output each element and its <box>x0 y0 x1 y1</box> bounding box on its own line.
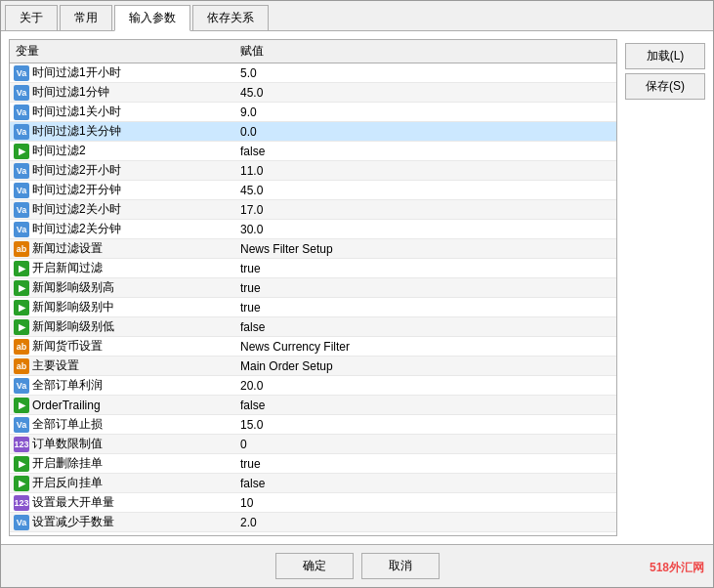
va-icon: Va <box>14 515 29 530</box>
var-value: News Currency Filter <box>234 339 616 355</box>
var-value: true <box>234 300 616 315</box>
bool-icon: ▶ <box>14 300 29 315</box>
var-value: 0.0 <box>234 124 616 140</box>
var-value: true <box>234 261 616 276</box>
ab-icon: ab <box>14 358 29 374</box>
var-value: 45.0 <box>234 183 616 198</box>
var-value: 9.0 <box>234 105 616 120</box>
var-name: 新闻影响级别中 <box>32 299 114 315</box>
var-value: 45.0 <box>234 85 616 101</box>
content-area: 变量 赋值 Va时间过滤1开小时5.0Va时间过滤1分钟45.0Va时间过滤1关… <box>1 31 713 544</box>
var-value: true <box>234 280 616 296</box>
bool-icon: ▶ <box>14 280 29 296</box>
var-value: false <box>234 319 616 335</box>
table-row[interactable]: Va时间过滤2关分钟30.0 <box>10 220 616 239</box>
table-row[interactable]: ▶新闻影响级别高true <box>10 278 616 298</box>
tab-依存关系[interactable]: 依存关系 <box>192 5 269 30</box>
table-row[interactable]: Va时间过滤2开分钟45.0 <box>10 181 616 200</box>
table-row[interactable]: ▶新闻影响级别低false <box>10 317 616 337</box>
var-name: 时间过滤1分钟 <box>32 84 109 101</box>
var-value: 15.0 <box>234 417 616 433</box>
va-icon: Va <box>14 65 29 81</box>
ab-icon: ab <box>14 241 29 257</box>
va-icon: Va <box>14 163 29 179</box>
123-icon: 123 <box>14 437 29 452</box>
var-value: false <box>234 476 616 491</box>
table-row[interactable]: ▶OrderTrailingfalse <box>10 396 616 415</box>
va-icon: Va <box>14 202 29 218</box>
table-row[interactable]: Va时间过滤1关分钟0.0 <box>10 122 616 142</box>
bottom-bar: 确定 取消 <box>1 544 713 587</box>
var-value: 5.0 <box>234 65 616 81</box>
va-icon: Va <box>14 222 29 237</box>
tab-关于[interactable]: 关于 <box>5 5 58 30</box>
ab-icon: ab <box>14 339 29 355</box>
var-name: 新闻货币设置 <box>32 338 103 355</box>
main-window: 关于常用输入参数依存关系 变量 赋值 Va时间过滤1开小时5.0Va时间过滤1分… <box>0 0 714 588</box>
bool-icon: ▶ <box>14 261 29 276</box>
var-value: News Filter Setup <box>234 241 616 257</box>
table-row[interactable]: Va时间过滤2开小时11.0 <box>10 161 616 181</box>
var-name: 时间过滤2 <box>32 143 86 159</box>
table-body[interactable]: Va时间过滤1开小时5.0Va时间过滤1分钟45.0Va时间过滤1关小时9.0V… <box>10 63 616 535</box>
tab-常用[interactable]: 常用 <box>60 5 112 30</box>
var-name: 全部订单止损 <box>32 416 103 433</box>
table-row[interactable]: Va全部订单利润20.0 <box>10 376 616 396</box>
table-row[interactable]: ab新闻货币设置News Currency Filter <box>10 337 616 357</box>
var-value: 10 <box>234 495 616 511</box>
load-button[interactable]: 加载(L) <box>625 43 705 69</box>
table-row[interactable]: Va全部订单止损15.0 <box>10 415 616 435</box>
var-value: 2.0 <box>234 515 616 530</box>
table-row[interactable]: Va时间过滤2关小时17.0 <box>10 200 616 220</box>
123-icon: 123 <box>14 495 29 511</box>
table-row[interactable]: ▶时间过滤2false <box>10 142 616 161</box>
confirm-button[interactable]: 确定 <box>275 553 354 579</box>
bool-icon: ▶ <box>14 476 29 491</box>
table-row[interactable]: ▶开启反向挂单false <box>10 474 616 493</box>
col-header-val: 赋值 <box>234 40 616 63</box>
var-name: 时间过滤2开分钟 <box>32 182 121 198</box>
var-name: 新闻过滤设置 <box>32 240 103 257</box>
table-row[interactable]: ▶开启删除挂单true <box>10 454 616 474</box>
var-name: 时间过滤1开小时 <box>32 64 121 81</box>
var-name: 新闻影响级别低 <box>32 318 114 335</box>
table-row[interactable]: ▶新闻影响级别中true <box>10 298 616 317</box>
table-row[interactable]: ab主要设置Main Order Setup <box>10 357 616 376</box>
var-value: 30.0 <box>234 222 616 237</box>
table-row[interactable]: Va时间过滤1开小时5.0 <box>10 63 616 83</box>
var-name: 时间过滤2开小时 <box>32 162 121 179</box>
var-value: 0 <box>234 437 616 452</box>
tab-输入参数[interactable]: 输入参数 <box>114 5 190 31</box>
table-row[interactable]: ab新闻过滤设置News Filter Setup <box>10 239 616 259</box>
var-name: OrderTrailing <box>32 399 101 412</box>
bool-icon: ▶ <box>14 398 29 413</box>
table-row[interactable]: 123设置最大开单量10 <box>10 493 616 513</box>
var-name: 设置最大开单量 <box>32 494 114 511</box>
va-icon: Va <box>14 378 29 394</box>
bool-icon: ▶ <box>14 319 29 335</box>
var-name: 全部订单利润 <box>32 377 103 394</box>
va-icon: Va <box>14 124 29 140</box>
cancel-button[interactable]: 取消 <box>361 553 440 579</box>
table-row[interactable]: Va设置减少手数量2.0 <box>10 513 616 532</box>
va-icon: Va <box>14 105 29 120</box>
var-name: 设置减少手数量 <box>32 514 114 530</box>
var-value: 20.0 <box>234 378 616 394</box>
var-value: 11.0 <box>234 163 616 179</box>
table-row[interactable]: 123订单数限制值0 <box>10 435 616 454</box>
var-name: 开启新闻过滤 <box>32 260 103 276</box>
table-row[interactable]: Va时间过滤1关小时9.0 <box>10 103 616 122</box>
var-value: true <box>234 456 616 472</box>
table-row[interactable]: ▶开启新闻过滤true <box>10 259 616 278</box>
bool-icon: ▶ <box>14 144 29 159</box>
params-table: 变量 赋值 Va时间过滤1开小时5.0Va时间过滤1分钟45.0Va时间过滤1关… <box>9 39 617 536</box>
col-header-var: 变量 <box>10 40 234 63</box>
table-row[interactable]: Va时间过滤1分钟45.0 <box>10 83 616 103</box>
var-name: 时间过滤1关分钟 <box>32 123 121 140</box>
save-button[interactable]: 保存(S) <box>625 73 705 100</box>
var-value: 17.0 <box>234 202 616 218</box>
var-name: 主要设置 <box>32 357 79 374</box>
var-name: 订单数限制值 <box>32 436 103 452</box>
var-name: 开启反向挂单 <box>32 475 103 491</box>
bool-icon: ▶ <box>14 456 29 472</box>
